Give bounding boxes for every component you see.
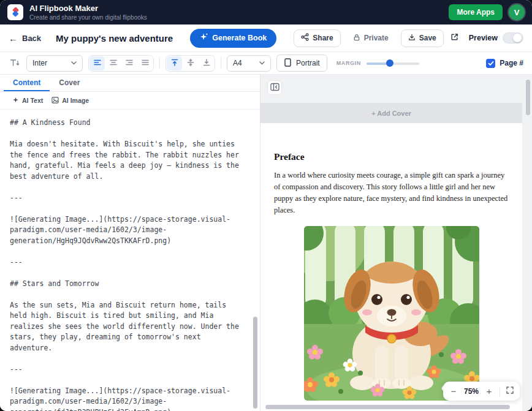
app-header: AI Flipbook Maker Create and share your … xyxy=(0,0,532,25)
align-left-icon xyxy=(93,58,102,69)
page-number-label: Page # xyxy=(500,59,523,67)
preview-toggle[interactable] xyxy=(503,32,523,43)
share-label: Share xyxy=(313,34,333,42)
align-right-icon xyxy=(125,58,134,69)
portrait-icon xyxy=(284,58,292,69)
orientation-label: Portrait xyxy=(296,59,320,67)
app-title-block: AI Flipbook Maker Create and share your … xyxy=(29,4,147,21)
page-body-text: In a world where curiosity meets courage… xyxy=(274,170,509,216)
text-size-icon xyxy=(10,58,20,69)
font-select[interactable]: Inter xyxy=(26,55,83,72)
avatar[interactable]: V xyxy=(509,4,525,20)
document-actions: Share Private Save Preview xyxy=(294,29,523,47)
check-icon xyxy=(488,58,494,69)
align-right-button[interactable] xyxy=(121,56,137,70)
paper-size-select[interactable]: A4 xyxy=(227,55,271,72)
generate-book-label: Generate Book xyxy=(212,34,267,42)
preview-vertical-scrollbar[interactable] xyxy=(526,80,530,115)
zoom-level: 75% xyxy=(464,387,479,396)
app-subtitle: Create and share your own digital flipbo… xyxy=(29,14,147,21)
preview-horizontal-scrollbar[interactable] xyxy=(265,405,510,409)
add-cover-button[interactable]: + Add Cover xyxy=(260,103,522,123)
chevron-down-icon xyxy=(259,61,265,65)
editor-tabs: Content Cover xyxy=(0,75,260,92)
divider xyxy=(159,57,160,69)
valign-middle-button[interactable] xyxy=(183,56,198,70)
zoom-out-button[interactable]: − xyxy=(449,386,458,396)
editor-panel: Content Cover AI Text AI Image xyxy=(0,75,260,411)
private-label: Private xyxy=(364,34,389,42)
open-external-button[interactable] xyxy=(449,31,460,45)
align-justify-button[interactable] xyxy=(137,56,153,70)
valign-middle-icon xyxy=(186,58,195,69)
collapse-panel-icon xyxy=(270,83,279,93)
puppy-illustration xyxy=(304,226,479,401)
flipbook-maker-app: AI Flipbook Maker Create and share your … xyxy=(0,0,532,411)
valign-bottom-button[interactable] xyxy=(199,56,214,70)
zoom-controls: − 75% + xyxy=(443,382,520,401)
font-select-value: Inter xyxy=(32,59,47,67)
valign-top-icon xyxy=(170,58,179,69)
app-logo-icon xyxy=(7,4,23,20)
preview-panel: + Add Cover Preface In a world where cur… xyxy=(260,75,532,411)
save-icon xyxy=(408,34,416,43)
ai-image-button[interactable]: AI Image xyxy=(51,97,89,105)
toggle-knob xyxy=(513,34,522,42)
image-icon xyxy=(51,97,59,105)
back-label: Back xyxy=(22,34,41,43)
back-button[interactable]: ← Back xyxy=(9,34,41,43)
page-number-control: Page # xyxy=(486,59,523,68)
align-center-icon xyxy=(109,58,118,69)
ai-tools-row: AI Text AI Image xyxy=(0,92,260,110)
align-justify-icon xyxy=(141,58,150,69)
save-label: Save xyxy=(419,34,436,42)
ai-text-label: AI Text xyxy=(22,97,43,104)
orientation-button[interactable]: Portrait xyxy=(276,55,327,72)
fit-to-screen-button[interactable] xyxy=(506,386,514,396)
page-number-checkbox[interactable] xyxy=(486,59,495,68)
markdown-editor[interactable]: ## A Kindness Found Mia doesn't hesitate… xyxy=(0,110,260,411)
preview-page: Preface In a world where curiosity meets… xyxy=(260,123,522,411)
chevron-down-icon xyxy=(71,61,77,65)
back-arrow-icon: ← xyxy=(9,34,18,43)
more-apps-button[interactable]: More Apps xyxy=(449,4,503,20)
main-area: Content Cover AI Text AI Image xyxy=(0,75,532,411)
collapse-panel-button[interactable] xyxy=(267,80,282,95)
editor-scrollbar[interactable] xyxy=(253,317,257,409)
document-title: My puppy's new adventure xyxy=(56,33,173,43)
sparkle-icon xyxy=(200,33,208,43)
save-button[interactable]: Save xyxy=(401,29,444,47)
divider xyxy=(500,386,500,396)
share-button[interactable]: Share xyxy=(294,29,340,47)
app-title: AI Flipbook Maker xyxy=(29,4,147,13)
generate-book-button[interactable]: Generate Book xyxy=(190,29,276,48)
lock-icon xyxy=(353,34,360,43)
page-heading: Preface xyxy=(274,151,509,162)
text-size-button[interactable] xyxy=(9,57,21,70)
align-left-button[interactable] xyxy=(89,56,105,70)
valign-bottom-icon xyxy=(202,58,211,69)
paper-size-value: A4 xyxy=(233,59,242,67)
valign-top-button[interactable] xyxy=(167,56,182,70)
margin-slider[interactable] xyxy=(367,59,419,67)
fit-to-screen-icon xyxy=(506,386,514,396)
document-toolbar: ← Back My puppy's new adventure Generate… xyxy=(0,25,532,52)
align-center-button[interactable] xyxy=(105,56,121,70)
preview-label: Preview xyxy=(469,34,498,42)
format-toolbar: Inter xyxy=(0,52,532,75)
app-window: AI Flipbook Maker Create and share your … xyxy=(0,0,532,411)
header-actions: More Apps V xyxy=(449,4,525,20)
slider-thumb[interactable] xyxy=(386,59,393,67)
zoom-in-button[interactable]: + xyxy=(484,386,494,396)
tab-content[interactable]: Content xyxy=(4,75,50,91)
external-link-icon xyxy=(450,32,459,43)
tab-cover[interactable]: Cover xyxy=(50,75,89,91)
share-icon xyxy=(301,33,309,43)
ai-image-label: AI Image xyxy=(62,97,89,104)
markdown-content[interactable]: ## A Kindness Found Mia doesn't hesitate… xyxy=(10,118,244,411)
ai-text-button[interactable]: AI Text xyxy=(12,97,43,105)
divider xyxy=(221,57,221,69)
horizontal-align-group xyxy=(88,55,154,72)
vertical-align-group xyxy=(165,55,215,72)
private-button[interactable]: Private xyxy=(346,29,396,47)
